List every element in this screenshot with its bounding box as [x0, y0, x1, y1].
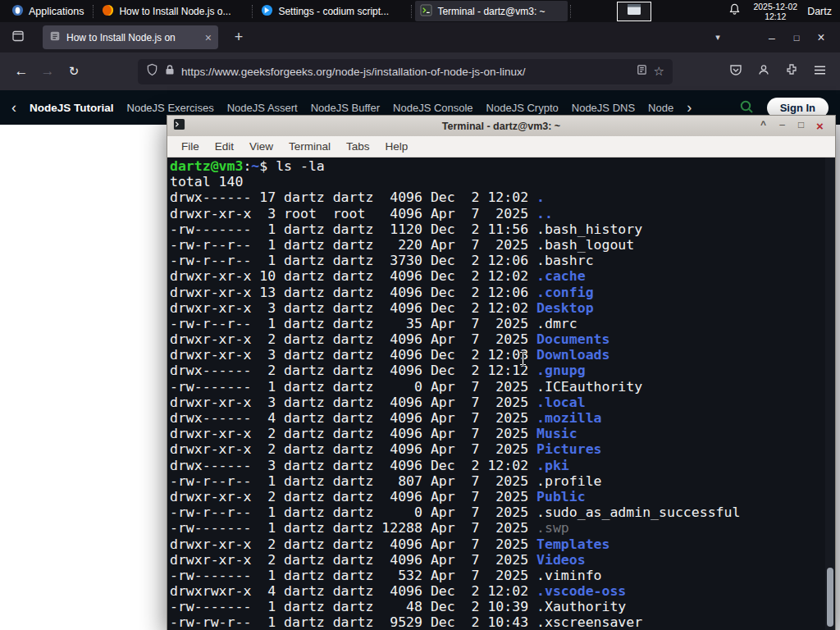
nav-scroll-left-icon[interactable]: ‹: [11, 99, 16, 116]
browser-minimize-button[interactable]: –: [760, 31, 784, 44]
gfg-nav-item-assert[interactable]: NodeJS Assert: [227, 102, 298, 114]
gfg-nav-item-crypto[interactable]: NodeJS Crypto: [486, 102, 559, 114]
gfg-nav-item-exercises[interactable]: NodeJS Exercises: [127, 102, 214, 114]
back-button[interactable]: ←: [8, 63, 34, 80]
panel-separator: [252, 5, 253, 18]
terminal-line: drwx------ 3 dartz dartz 4096 Dec 2 12:0…: [170, 458, 740, 473]
terminal-line: -rw-rw-r-- 1 dartz dartz 9529 Dec 2 10:4…: [170, 614, 740, 630]
applications-label: Applications: [29, 6, 84, 17]
terminal-output: dartz@vm3:~$ ls -latotal 140drwx------ 1…: [170, 158, 740, 630]
terminal-line: drwxrwxr-x 4 dartz dartz 4096 Dec 2 12:0…: [170, 583, 740, 599]
terminal-minimize-button[interactable]: –: [773, 119, 792, 133]
terminal-shade-button[interactable]: ^: [754, 119, 773, 133]
menu-view[interactable]: View: [249, 140, 273, 153]
terminal-line: drwxr-xr-x 13 dartz dartz 4096 Dec 2 12:…: [170, 285, 740, 300]
clock-date: 2025-12-02: [753, 2, 797, 11]
search-icon: [739, 99, 754, 116]
forward-button[interactable]: →: [34, 63, 61, 80]
terminal-line: -rw------- 1 dartz dartz 12288 Apr 7 202…: [170, 520, 740, 536]
codium-icon: [261, 4, 273, 19]
terminal-line: total 140: [170, 174, 740, 189]
reload-button[interactable]: ↻: [61, 64, 87, 79]
gfg-nav-item-tutorial[interactable]: NodeJS Tutorial: [30, 102, 114, 114]
desktop: Applications How to Install Node.js o...…: [0, 0, 840, 630]
taskbar-item-label: How to Install Node.js o...: [119, 6, 231, 17]
bookmark-star-icon[interactable]: ☆: [654, 64, 664, 79]
terminal-icon: [420, 4, 432, 19]
terminal-scrollbar-thumb[interactable]: [827, 568, 833, 627]
terminal-window-title: Terminal - dartz@vm3: ~: [167, 121, 835, 132]
taskbar-item-terminal[interactable]: Terminal - dartz@vm3: ~: [415, 1, 568, 21]
gfg-nav-item-dns[interactable]: NodeJS DNS: [572, 102, 635, 114]
menu-edit[interactable]: Edit: [215, 140, 234, 153]
terminal-close-button[interactable]: ×: [810, 119, 829, 133]
terminal-line: drwxr-xr-x 3 dartz dartz 4096 Apr 7 2025…: [170, 395, 740, 410]
terminal-line: drwxr-xr-x 3 dartz dartz 4096 Dec 2 12:0…: [170, 300, 740, 316]
terminal-line: drwx------ 4 dartz dartz 4096 Apr 7 2025…: [170, 410, 740, 426]
app-menu-button[interactable]: [807, 59, 832, 84]
list-all-tabs-button[interactable]: ▾: [707, 32, 728, 43]
terminal-line: -rw-r--r-- 1 dartz dartz 220 Apr 7 2025 …: [170, 237, 740, 253]
new-tab-button[interactable]: +: [228, 29, 249, 46]
browser-close-button[interactable]: ×: [809, 30, 833, 45]
firefox-view-icon: [11, 30, 25, 46]
tab-bar: How to Install Node.js on × + ▾ – □ ×: [0, 22, 840, 52]
reader-mode-icon[interactable]: [637, 64, 647, 79]
nav-scroll-right-icon[interactable]: ›: [687, 99, 692, 116]
bell-icon: [728, 3, 741, 19]
account-icon: [757, 63, 770, 80]
terminal-line: -rw------- 1 dartz dartz 0 Apr 7 2025 .I…: [170, 379, 740, 395]
menu-help[interactable]: Help: [386, 140, 409, 153]
mouse-cursor: [518, 351, 527, 369]
terminal-scrollbar[interactable]: [825, 158, 835, 630]
pocket-icon: [729, 63, 742, 80]
pocket-button[interactable]: [724, 59, 748, 84]
search-button[interactable]: [739, 99, 754, 116]
terminal-titlebar[interactable]: Terminal - dartz@vm3: ~ ^ – □ ×: [167, 116, 835, 136]
tracking-shield-icon[interactable]: [146, 63, 158, 80]
terminal-line: -rw------- 1 dartz dartz 1120 Dec 2 11:5…: [170, 221, 740, 237]
taskbar-item-firefox[interactable]: How to Install Node.js o...: [97, 1, 249, 21]
menu-tabs[interactable]: Tabs: [346, 140, 370, 153]
terminal-line: dartz@vm3:~$ ls -la: [170, 158, 740, 174]
terminal-line: drwxr-xr-x 2 dartz dartz 4096 Apr 7 2025…: [170, 426, 740, 441]
firefox-view-button[interactable]: [7, 27, 30, 48]
tab-title: How to Install Node.js on: [66, 32, 199, 43]
browser-maximize-button[interactable]: □: [784, 33, 809, 43]
taskbar-item-codium[interactable]: Settings - codium script...: [256, 1, 409, 21]
gfg-nav-item-node[interactable]: Node: [648, 102, 673, 114]
terminal-line: drwxr-xr-x 2 dartz dartz 4096 Apr 7 2025…: [170, 441, 740, 457]
terminal-line: drwxr-xr-x 2 dartz dartz 4096 Apr 7 2025…: [170, 552, 740, 568]
terminal-titlebar-buttons: ^ – □ ×: [754, 119, 829, 133]
top-panel: Applications How to Install Node.js o...…: [0, 0, 840, 22]
tab-close-button[interactable]: ×: [205, 31, 212, 44]
extensions-button[interactable]: [779, 59, 804, 84]
firefox-icon: [102, 4, 114, 19]
url-bar[interactable]: https://www.geeksforgeeks.org/node-js/in…: [138, 59, 673, 84]
notifications-button[interactable]: [724, 3, 745, 19]
gfg-nav-item-buffer[interactable]: NodeJS Buffer: [311, 102, 380, 114]
terminal-line: -rw------- 1 dartz dartz 48 Dec 2 10:39 …: [170, 599, 740, 614]
panel-clock[interactable]: 2025-12-02 12:12: [753, 2, 797, 21]
menu-terminal[interactable]: Terminal: [289, 140, 331, 153]
terminal-line: drwxr-xr-x 2 dartz dartz 4096 Apr 7 2025…: [170, 489, 740, 504]
taskbar-item-label: Terminal - dartz@vm3: ~: [437, 6, 545, 17]
menu-file[interactable]: File: [181, 140, 199, 153]
tray-window-icon: [627, 3, 641, 19]
terminal-line: drwxr-xr-x 3 dartz dartz 4096 Dec 2 12:0…: [170, 347, 740, 363]
tray-selected-app[interactable]: [617, 2, 651, 21]
terminal-content[interactable]: dartz@vm3:~$ ls -latotal 140drwx------ 1…: [167, 158, 835, 630]
clock-time: 12:12: [765, 11, 786, 21]
terminal-maximize-button[interactable]: □: [792, 119, 810, 133]
browser-tab[interactable]: How to Install Node.js on ×: [43, 25, 218, 49]
padlock-icon[interactable]: [165, 64, 175, 79]
taskbar-item-label: Settings - codium script...: [278, 6, 389, 17]
terminal-line: drwx------ 2 dartz dartz 4096 Dec 2 12:1…: [170, 363, 740, 378]
applications-menu-button[interactable]: Applications: [5, 0, 90, 22]
terminal-line: -rw-r--r-- 1 dartz dartz 35 Apr 7 2025 .…: [170, 316, 740, 331]
account-button[interactable]: [751, 59, 776, 84]
gfg-nav-item-console[interactable]: NodeJS Console: [393, 102, 473, 114]
panel-separator: [411, 5, 413, 18]
terminal-line: -rw-r--r-- 1 dartz dartz 807 Apr 7 2025 …: [170, 473, 740, 489]
terminal-line: -rw-r--r-- 1 dartz dartz 0 Apr 7 2025 .s…: [170, 504, 740, 520]
